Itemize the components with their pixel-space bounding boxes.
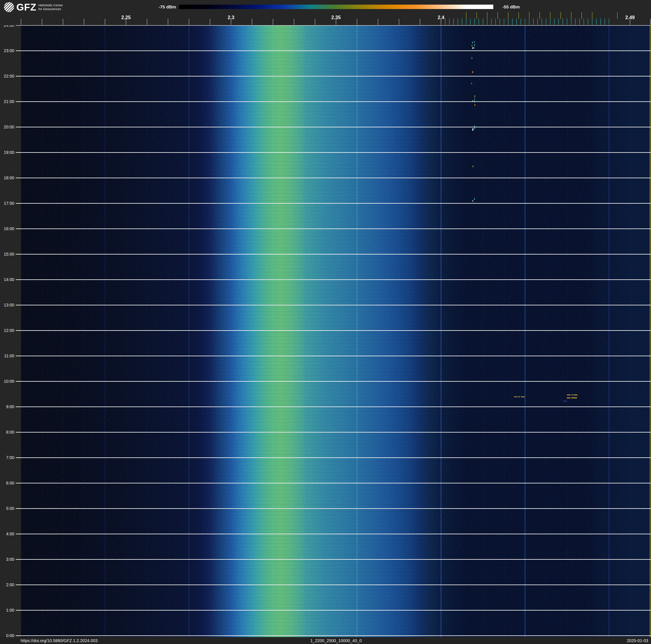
ble-channel-tick	[466, 19, 466, 25]
ble-channel-tick	[529, 19, 529, 25]
wifi-channel-tick	[582, 12, 582, 19]
gfz-globe-icon	[4, 2, 14, 12]
ble-channel-tick	[521, 19, 521, 25]
wifi-channel-tick	[487, 12, 488, 19]
time-tick-label: 11:00	[0, 354, 14, 358]
colorbar-min-label: -75 dBm	[156, 4, 176, 9]
time-tick-label: 13:00	[0, 303, 14, 308]
freq-tick-label: 2.3	[228, 15, 235, 20]
ble-channel-tick	[604, 19, 605, 25]
ble-channel-tick	[445, 19, 445, 25]
ble-channel-tick	[495, 19, 496, 25]
time-tick-label: 3:00	[0, 557, 14, 562]
colorbar	[179, 5, 493, 9]
freq-minor-tick	[378, 19, 378, 25]
ble-channel-tick	[554, 19, 555, 25]
time-tick-label: 18:00	[0, 176, 14, 180]
ble-channel-tick	[584, 19, 584, 25]
column-line	[210, 25, 210, 637]
column-line	[63, 25, 63, 637]
time-tick-label: 6:00	[0, 481, 14, 486]
wifi-channel-tick	[560, 12, 561, 19]
ble-channel-tick	[567, 19, 567, 25]
column-line	[294, 25, 294, 637]
ble-channel-tick	[491, 19, 492, 25]
column-line	[84, 25, 85, 637]
right-edge-artifact	[650, 25, 651, 637]
freq-minor-tick	[147, 19, 147, 25]
ble-channel-tick	[449, 19, 450, 25]
wifi-channel-tick	[529, 12, 529, 19]
doi-link: https://doi.org/10.5880/GFZ.1.2.2024.003	[21, 638, 98, 643]
freq-minor-tick	[84, 19, 84, 25]
ble-channel-tick	[575, 19, 576, 25]
column-line	[252, 25, 252, 637]
colorbar-max-label: -55 dBm	[502, 4, 520, 9]
freq-minor-tick	[399, 19, 399, 25]
ble-channel-tick	[504, 19, 504, 25]
wifi-channel-tick	[571, 12, 571, 19]
time-tick-label: 4:00	[0, 531, 14, 536]
column-line	[378, 25, 378, 637]
wifi-channel-tick	[497, 12, 498, 19]
column-line	[483, 25, 484, 637]
footer-bar: https://doi.org/10.5880/GFZ.1.2.2024.003…	[0, 637, 651, 644]
segment-boundary-line	[525, 25, 525, 637]
ble-channel-tick	[558, 19, 559, 25]
segment-boundary-line	[273, 25, 273, 637]
time-tick-label: 23:00	[0, 48, 14, 53]
wifi-channel-tick	[539, 12, 540, 19]
time-tick-label: 1:00	[0, 608, 14, 613]
time-tick-label: 10:00	[0, 379, 14, 384]
ble-channel-tick	[512, 19, 513, 25]
freq-tick-label: 2.35	[331, 15, 341, 20]
freq-minor-tick	[63, 19, 63, 25]
segment-boundary-line	[189, 25, 189, 637]
ble-channel-tick	[525, 19, 525, 25]
wifi-channel-tick	[508, 12, 508, 19]
freq-tick-label: 2.25	[121, 15, 131, 20]
gfz-logo: GFZ Helmholtz Centre for Geosciences	[4, 1, 63, 13]
time-tick-label: 19:00	[0, 150, 14, 155]
time-tick-label: 17:00	[0, 201, 14, 206]
column-line	[147, 25, 148, 637]
time-tick-label: 14:00	[0, 277, 14, 282]
ble-channel-tick	[563, 19, 563, 25]
ble-channel-tick	[470, 19, 471, 25]
column-line	[588, 25, 588, 637]
time-tick-label: 21:00	[0, 99, 14, 104]
time-tick-label: 2:00	[0, 582, 14, 587]
segment-boundary-line	[441, 25, 441, 637]
freq-minor-tick	[273, 19, 273, 25]
column-line	[168, 25, 168, 637]
logo-subtitle: Helmholtz Centre for Geosciences	[38, 3, 63, 11]
segment-boundary-line	[357, 25, 357, 637]
freq-minor-tick	[315, 19, 315, 25]
column-line	[630, 25, 630, 637]
time-tick-label: 15:00	[0, 252, 14, 257]
ble-channel-tick	[546, 19, 546, 25]
ble-channel-tick	[533, 19, 534, 25]
freq-minor-tick	[650, 19, 651, 25]
ble-channel-tick	[454, 19, 454, 25]
ble-channel-tick	[571, 19, 571, 25]
freq-minor-tick	[210, 19, 210, 25]
freq-minor-tick	[105, 19, 105, 25]
wifi-channel-tick	[466, 12, 466, 19]
freq-minor-tick	[42, 19, 42, 25]
freq-minor-tick	[357, 19, 357, 25]
column-line	[126, 25, 126, 637]
ble-channel-tick	[541, 19, 542, 25]
freq-minor-tick	[189, 19, 189, 25]
column-line	[462, 25, 462, 637]
column-line	[336, 25, 336, 637]
time-tick-label: 7:00	[0, 455, 14, 460]
column-line	[42, 25, 42, 637]
time-tick-label: 8:00	[0, 430, 14, 435]
ble-channel-tick	[588, 19, 588, 25]
column-line	[567, 25, 567, 637]
ble-channel-tick	[600, 19, 601, 25]
wifi-channel-tick	[476, 12, 477, 19]
time-tick-label: 20:00	[0, 125, 14, 129]
segment-boundary-line	[609, 25, 609, 637]
